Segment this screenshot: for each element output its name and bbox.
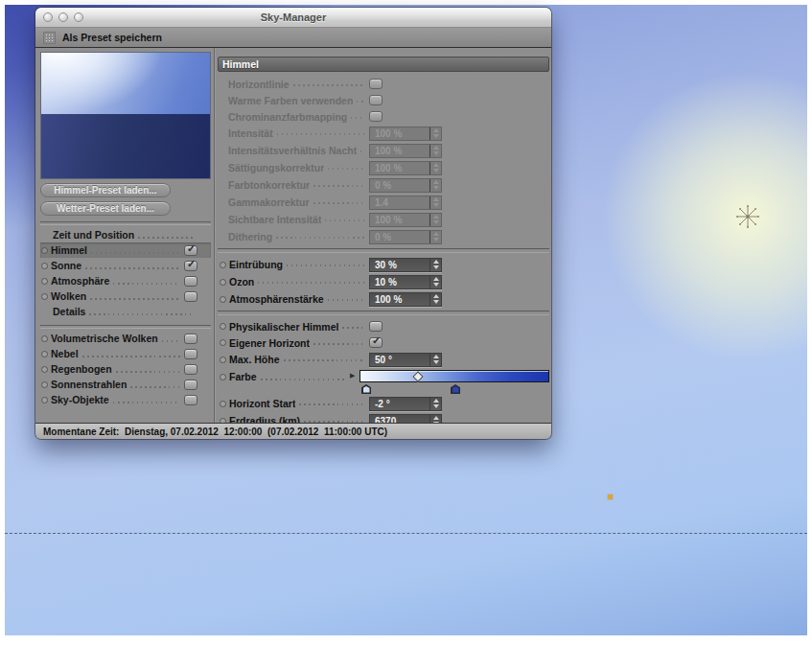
separator (40, 325, 211, 329)
anim-circle-icon[interactable] (220, 339, 226, 346)
horizont-start-field[interactable]: -2 ° (369, 397, 442, 411)
load-weather-preset-button[interactable]: Wetter-Preset laden... (40, 201, 171, 216)
horizontlinie-checkbox[interactable] (369, 79, 383, 89)
attr-row-eintruebung: Eintrübung 30 % (218, 256, 549, 273)
anim-circle-icon[interactable] (220, 296, 226, 303)
enable-checkbox[interactable] (184, 349, 197, 359)
attr-row-gammakorrektur: Gammakorrektur 1.4 (218, 194, 549, 211)
anim-circle-icon[interactable] (220, 357, 226, 363)
anim-circle-icon[interactable] (220, 279, 226, 286)
stepper[interactable] (429, 354, 441, 366)
save-preset-button[interactable]: Als Preset speichern (62, 32, 162, 43)
anim-circle-icon[interactable] (220, 401, 226, 407)
sidebar-item-himmel[interactable]: Himmel ✓ (40, 242, 211, 258)
stepper[interactable] (429, 259, 441, 271)
dot-leader (342, 327, 365, 329)
stepper[interactable] (429, 145, 441, 157)
item-label: Wolken (51, 290, 86, 302)
preset-grid-icon[interactable] (43, 32, 56, 44)
stepper-down-icon (433, 203, 439, 207)
zoom-button[interactable] (74, 12, 83, 22)
erdradius-field[interactable]: 6370 (369, 414, 442, 424)
sidebar-group-details[interactable]: Details (40, 304, 211, 319)
stepper[interactable] (429, 162, 441, 174)
stepper[interactable] (429, 196, 441, 209)
enable-checkbox[interactable] (184, 291, 197, 302)
expander-arrow-icon[interactable]: ▶ (350, 369, 360, 382)
warme-farben-checkbox[interactable] (369, 95, 383, 105)
left-panel: Himmel-Preset laden... Wetter-Preset lad… (35, 48, 214, 423)
attr-row-max-hoehe: Max. Höhe 50 ° (218, 351, 549, 368)
attr-row-horizontlinie: Horizontlinie (218, 76, 549, 92)
eigener-horizont-checkbox[interactable]: ✓ (369, 337, 383, 348)
atmosphaerenstaerke-field[interactable]: 100 % (369, 292, 442, 307)
stepper[interactable] (429, 127, 441, 140)
anim-circle-icon[interactable] (41, 397, 48, 403)
anim-circle-icon[interactable] (220, 323, 226, 330)
color-gradient-editor[interactable] (360, 369, 549, 395)
close-button[interactable] (43, 12, 53, 22)
section-header-himmel[interactable]: Himmel (218, 57, 549, 72)
minimize-button[interactable] (58, 12, 68, 22)
sidebar-item-sky-objekte[interactable]: Sky-Objekte (40, 392, 211, 407)
sidebar-item-sonne[interactable]: Sonne ✓ (40, 258, 211, 273)
sidebar-item-volumetrische-wolken[interactable]: Volumetrische Wolken (40, 331, 211, 346)
sidebar-item-nebel[interactable]: Nebel (40, 346, 211, 361)
gradient-stop-handle-light[interactable] (361, 384, 371, 394)
anim-circle-icon[interactable] (41, 263, 48, 269)
item-label: Volumetrische Wolken (51, 333, 158, 344)
enable-checkbox[interactable] (184, 334, 197, 344)
chrominanzfarbmapping-checkbox[interactable] (369, 111, 383, 122)
gradient-stop-handle-dark[interactable] (451, 384, 460, 394)
sidebar-item-regenbogen[interactable]: Regenbogen (40, 361, 211, 377)
sidebar-item-sonnenstrahlen[interactable]: Sonnenstrahlen (40, 377, 211, 392)
anim-circle-icon[interactable] (41, 335, 48, 342)
anim-circle-icon[interactable] (41, 366, 48, 373)
attr-label: Sättigungskorrektur (228, 162, 324, 173)
anim-circle-icon[interactable] (220, 374, 226, 380)
anim-circle-icon[interactable] (41, 351, 48, 357)
load-sky-preset-button[interactable]: Himmel-Preset laden... (40, 183, 171, 197)
anim-circle-icon[interactable] (41, 278, 48, 285)
ozon-field[interactable]: 10 % (369, 275, 442, 289)
max-hoehe-field[interactable]: 50 ° (369, 353, 442, 367)
field-value: 6370 (370, 415, 429, 424)
sidebar-item-wolken[interactable]: Wolken (40, 288, 211, 304)
stepper-down-icon (433, 300, 439, 304)
toolbar: Als Preset speichern (35, 28, 551, 48)
sidebar-item-atmosphaere[interactable]: Atmosphäre (40, 273, 211, 288)
stepper[interactable] (429, 398, 441, 410)
enable-checkbox[interactable] (184, 395, 197, 405)
stepper[interactable] (429, 276, 441, 288)
sidebar-group-zeit-und-position[interactable]: Zeit und Position (40, 227, 211, 242)
stepper-down-icon (433, 265, 439, 269)
gammakorrektur-field: 1.4 (369, 196, 442, 210)
stepper[interactable] (429, 214, 441, 226)
sun-position-marker-icon[interactable] (735, 204, 760, 229)
dot-leader (351, 117, 365, 119)
stepper-up-icon (433, 215, 439, 219)
stepper[interactable] (429, 415, 441, 424)
enable-checkbox[interactable] (184, 364, 197, 375)
stepper[interactable] (429, 293, 441, 306)
dot-leader (276, 237, 365, 239)
dot-leader (325, 219, 365, 221)
anim-circle-icon[interactable] (41, 381, 48, 388)
enable-checkbox[interactable] (184, 276, 197, 287)
enable-checkbox[interactable] (184, 380, 197, 390)
enable-checkbox[interactable]: ✓ (184, 261, 197, 271)
attr-row-warme-farben: Warme Farben verwenden (218, 92, 549, 108)
anim-circle-icon[interactable] (220, 262, 226, 268)
saettigungskorrektur-field: 100 % (369, 161, 442, 175)
field-value: 100 % (370, 127, 429, 140)
stepper[interactable] (429, 231, 441, 243)
title-bar[interactable]: Sky-Manager (35, 8, 551, 28)
stepper[interactable] (429, 179, 441, 192)
anim-circle-icon[interactable] (41, 293, 48, 300)
anim-circle-icon[interactable] (41, 247, 48, 254)
physikalischer-himmel-checkbox[interactable] (369, 321, 383, 332)
eintruebung-field[interactable]: 30 % (369, 258, 442, 272)
enable-checkbox[interactable]: ✓ (184, 245, 197, 256)
gradient-bar[interactable] (360, 370, 549, 382)
attr-row-eigener-horizont: Eigener Horizont ✓ (218, 334, 549, 351)
